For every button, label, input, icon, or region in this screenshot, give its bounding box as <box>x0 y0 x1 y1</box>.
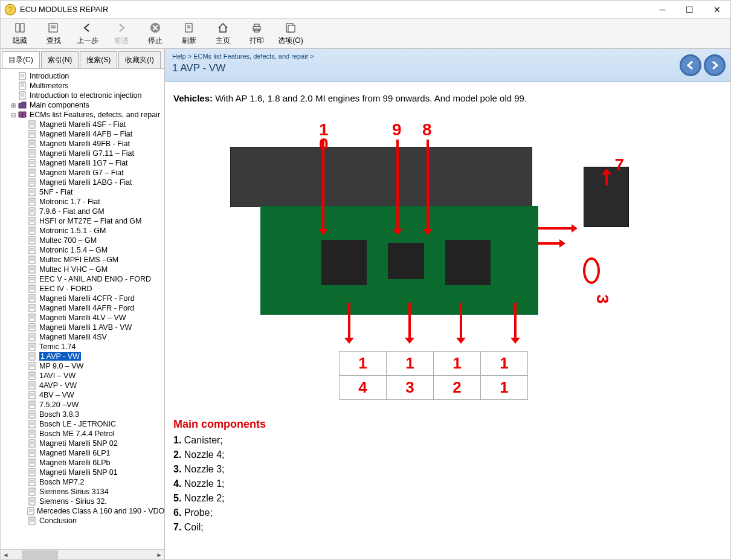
page-icon <box>27 497 37 506</box>
tree-node[interactable]: Magneti Marelli 4SF - Fiat <box>1 120 164 129</box>
page-icon <box>27 458 37 468</box>
tree-label: Magneti Marelli 1ABG - Fiat <box>39 178 132 187</box>
tree-node[interactable]: Multec H VHC – GM <box>1 265 164 274</box>
page-icon <box>27 168 37 178</box>
tree-node[interactable]: Magneti Marelli 4CFR - Ford <box>1 294 164 303</box>
folder-icon <box>18 100 27 110</box>
nav-forward-button[interactable] <box>704 54 726 76</box>
tree-node[interactable]: HSFI or MT27E – Fiat and GM <box>1 216 164 226</box>
tree-node[interactable]: Magneti Marelli 4LV – VW <box>1 313 164 323</box>
h-scrollbar[interactable]: ◄ ► <box>1 549 164 559</box>
tree-node[interactable]: Magneti Marelli G7.11 – Fiat <box>1 149 164 158</box>
pin-cell: 3 <box>387 376 434 400</box>
tree-node[interactable]: 1 AVP - VW <box>1 352 164 361</box>
refresh-button[interactable]: 刷新 <box>172 20 206 48</box>
tree-node[interactable]: EEC V - ANIL AND ENIO - FORD <box>1 274 164 284</box>
tree-label: Siemens - Sirius 32. <box>39 497 107 506</box>
tree-node[interactable]: Introduction to electronic injection <box>1 91 164 100</box>
home-button[interactable]: 主页 <box>206 20 240 48</box>
tab[interactable]: 收藏夹(I) <box>118 51 160 68</box>
page-icon <box>27 216 37 226</box>
tree-node[interactable]: Introduction <box>1 71 164 81</box>
nav-back-button[interactable] <box>680 54 701 76</box>
tree-node[interactable]: Multimeters <box>1 81 164 91</box>
tree-node[interactable]: Multec MPFI EMS –GM <box>1 255 164 265</box>
tree-node[interactable]: Magneti Marelli 6LP1 <box>1 448 164 458</box>
tree-node[interactable]: Magneti Marelli 4AFB – Fiat <box>1 129 164 139</box>
toggle-icon[interactable]: ⊞ <box>9 102 18 109</box>
page-icon <box>27 294 37 303</box>
pin-cell: 1 <box>481 352 528 376</box>
find-button[interactable]: 查找 <box>37 20 71 48</box>
tree-node[interactable]: Magneti Marelli 1 AVB - VW <box>1 323 164 332</box>
tree-node[interactable]: EEC IV - FORD <box>1 284 164 294</box>
arrow-head-icon <box>559 239 565 248</box>
page-icon <box>27 197 37 207</box>
tree-node[interactable]: Bosch LE - JETRONIC <box>1 419 164 429</box>
maximize-button[interactable]: ☐ <box>676 1 703 19</box>
tree-node[interactable]: Motronic 1.5.4 – GM <box>1 245 164 255</box>
scroll-right-icon[interactable]: ► <box>154 550 164 560</box>
svg-rect-46 <box>29 169 35 176</box>
scroll-thumb[interactable] <box>22 550 58 559</box>
tab[interactable]: 搜索(S) <box>80 51 117 68</box>
tab[interactable]: 索引(N) <box>41 51 79 68</box>
tree-label: Magneti Marelli 5NP 02 <box>39 439 118 448</box>
svg-rect-78 <box>29 246 35 254</box>
tree-node[interactable]: 1AVI – VW <box>1 371 164 381</box>
tree-node[interactable]: Magneti Marelli 5NP 01 <box>1 468 164 477</box>
tree-label: Magneti Marelli 4LV – VW <box>39 314 126 322</box>
tree-node[interactable]: Motronic 1.5.1 - GM <box>1 226 164 236</box>
tree-view[interactable]: IntroductionMultimetersIntroduction to e… <box>1 69 164 549</box>
tree-node[interactable]: MP 9.0 – VW <box>1 361 164 371</box>
tree-node[interactable]: Bosch MP7.2 <box>1 477 164 487</box>
content-body[interactable]: Vehicles: With AP 1.6, 1.8 and 2.0 MI en… <box>165 82 730 559</box>
back-button[interactable]: 上一步 <box>71 20 105 48</box>
tree-node[interactable]: Conclusion <box>1 516 164 526</box>
tree-node[interactable]: Magneti Marelli G7 – Fiat <box>1 168 164 178</box>
tree-label: Introduction to electronic injection <box>30 91 142 100</box>
breadcrumb[interactable]: Help > ECMs list Features, defects, and … <box>172 53 723 60</box>
tree-node[interactable]: Magneti Marelli 1G7 – Fiat <box>1 158 164 168</box>
tree-node[interactable]: 4BV – VW <box>1 390 164 400</box>
tree-node[interactable]: Multec 700 – GM <box>1 236 164 245</box>
tree-node[interactable]: Mercedes Class A 160 and 190 - VDO <box>1 506 164 516</box>
tree-node[interactable]: Bosch 3.8.3 <box>1 410 164 419</box>
tree-node[interactable]: Siemens - Sirius 32. <box>1 497 164 506</box>
tree-node[interactable]: Magneti Marelli 1ABG - Fiat <box>1 178 164 187</box>
tree-node[interactable]: Magneti Marelli 49FB - Fiat <box>1 139 164 149</box>
tree-node[interactable]: Siemens Sirius 3134 <box>1 487 164 497</box>
tab[interactable]: 目录(C) <box>2 51 40 68</box>
toggle-icon[interactable]: ⊟ <box>9 112 18 118</box>
options-button[interactable]: 选项(O) <box>274 20 308 48</box>
minimize-button[interactable]: ─ <box>649 1 676 19</box>
tree-node[interactable]: Magneti Marelli 4SV <box>1 332 164 342</box>
tree-node[interactable]: Magneti Marelli 5NP 02 <box>1 439 164 448</box>
tree-node[interactable]: 4AVP - VW <box>1 381 164 390</box>
tree-node[interactable]: 7.9.6 - Fiat and GM <box>1 207 164 216</box>
tree-node[interactable]: ⊞Main components <box>1 100 164 110</box>
scroll-left-icon[interactable]: ◄ <box>1 550 11 560</box>
stop-button[interactable]: 停止 <box>138 20 172 48</box>
tree-node[interactable]: 5NF - Fiat <box>1 187 164 197</box>
tree-node[interactable]: ⊟ECMs list Features, defects, and repair <box>1 110 164 120</box>
svg-rect-182 <box>29 498 35 505</box>
home-icon <box>216 21 230 34</box>
tree-label: Magneti Marelli 49FB - Fiat <box>39 140 130 148</box>
tree-label: EEC IV - FORD <box>39 285 92 293</box>
tree-label: 5NF - Fiat <box>39 188 73 196</box>
print-button[interactable]: 打印 <box>240 20 274 48</box>
page-icon <box>18 91 27 100</box>
tree-node[interactable]: Motronic 1.7 - Fiat <box>1 197 164 207</box>
hide-button[interactable]: 隐藏 <box>3 20 37 48</box>
tree-node[interactable]: Magneti Marelli 6LPb <box>1 458 164 468</box>
tree-node[interactable]: Temic 1.74 <box>1 342 164 352</box>
diagram-label: 3 <box>593 294 612 304</box>
forward-icon <box>115 21 128 34</box>
tree-node[interactable]: 7.5.20 –VW <box>1 400 164 410</box>
tree-node[interactable]: Bosch ME 7.4.4 Petrol <box>1 429 164 439</box>
back-icon <box>81 21 94 34</box>
close-button[interactable]: ✕ <box>703 1 730 19</box>
pin-cell: 1 <box>481 376 528 400</box>
tree-node[interactable]: Magneti Marelli 4AFR - Ford <box>1 303 164 313</box>
